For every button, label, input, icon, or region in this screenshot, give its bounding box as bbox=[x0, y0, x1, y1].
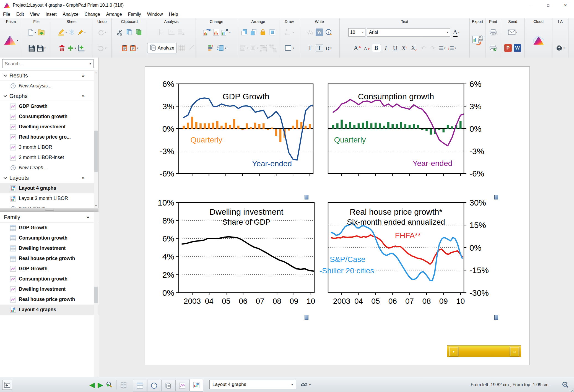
close-icon[interactable]: ✕ bbox=[557, 0, 574, 11]
analysis-ttest-icon[interactable] bbox=[158, 26, 167, 38]
sidebar-item-new-graph-[interactable]: New Graph... bbox=[0, 163, 94, 173]
color-bars-icon[interactable] bbox=[207, 42, 216, 54]
sidebar-item-new-layout-[interactable]: New Layout... bbox=[0, 204, 94, 208]
draw-rect-icon[interactable]: ▾ bbox=[284, 42, 294, 54]
print-icon[interactable] bbox=[489, 26, 498, 38]
new-file-icon[interactable]: ▾ bbox=[27, 26, 36, 38]
superscript-icon[interactable]: X2 bbox=[400, 42, 409, 54]
text-tbox-icon[interactable]: T bbox=[315, 42, 324, 54]
sqrt-icon[interactable]: √a bbox=[306, 26, 315, 38]
sheet-selector-dropdown-icon[interactable]: ▾ bbox=[291, 383, 293, 386]
sidebar-item-gdp-growth[interactable]: GDP Growth bbox=[0, 101, 94, 111]
undo-icon[interactable]: ▾ bbox=[97, 42, 107, 54]
prompt-bar-dropdown-icon[interactable]: ▼ bbox=[449, 347, 458, 356]
section-header-results[interactable]: Results» bbox=[0, 71, 94, 81]
paste-icon[interactable]: ▾ bbox=[129, 42, 138, 54]
search-input[interactable] bbox=[2, 61, 89, 67]
sidebar-item-layout-4-graphs[interactable]: Layout 4 graphs bbox=[0, 183, 94, 193]
info-add-icon[interactable]: i bbox=[324, 26, 333, 38]
selection-handle-bottom-right[interactable] bbox=[494, 315, 498, 320]
wand-icon[interactable] bbox=[186, 42, 195, 54]
family-scrollbar[interactable] bbox=[94, 212, 98, 377]
sheet-gallery-icon[interactable] bbox=[119, 379, 128, 391]
section-header-family[interactable]: Family» bbox=[0, 212, 98, 223]
chevron-down-icon[interactable] bbox=[3, 94, 7, 98]
italic-icon[interactable]: I bbox=[381, 42, 390, 54]
font-down-icon[interactable]: A▼ bbox=[362, 42, 371, 54]
graph-view-tab[interactable] bbox=[175, 380, 189, 391]
add-sheet-icon[interactable]: ▾ bbox=[67, 42, 76, 54]
alpha-icon[interactable]: α▾ bbox=[324, 42, 333, 54]
family-item-real-house-price-growth[interactable]: Real house price growth bbox=[0, 294, 98, 305]
sidebar-item-new-analysis-[interactable]: New Analysis... bbox=[0, 81, 94, 91]
resize-graph-icon[interactable]: ▾ bbox=[221, 26, 230, 38]
save-more-icon[interactable]: ▾ bbox=[37, 42, 46, 54]
resize-grip[interactable] bbox=[570, 388, 573, 392]
underline-icon[interactable]: U bbox=[391, 42, 400, 54]
menu-item-change[interactable]: Change bbox=[82, 11, 103, 18]
align-icon[interactable]: ▾ bbox=[239, 42, 248, 54]
freeze-icon[interactable] bbox=[67, 26, 76, 38]
section-more-icon[interactable]: » bbox=[82, 73, 85, 78]
chart-consumption_growth[interactable]: 6%3%0%-3%-6%Consumption growthQuarterlyY… bbox=[328, 79, 484, 178]
selection-handle-top-left[interactable] bbox=[305, 195, 308, 199]
chevron-down-icon[interactable] bbox=[3, 73, 7, 78]
selection-handle-top-right[interactable] bbox=[494, 195, 498, 199]
family-item-gdp-growth[interactable]: GDP Growth bbox=[0, 223, 98, 233]
back-sheet-icon[interactable]: ◀ bbox=[89, 379, 95, 390]
maximize-icon[interactable]: □ bbox=[540, 0, 557, 11]
paint-bucket-icon[interactable]: ▾ bbox=[216, 42, 226, 54]
menu-item-file[interactable]: File bbox=[0, 11, 13, 18]
data-table-icon[interactable] bbox=[177, 42, 186, 54]
chart-dwelling_investment[interactable]: 20030405060708091010%8%6%4%2%0%Dwelling … bbox=[158, 198, 315, 305]
menu-item-arrange[interactable]: Arrange bbox=[103, 11, 125, 18]
sidebar-item-dwelling-investment[interactable]: Dwelling investment bbox=[0, 122, 94, 132]
rotate-left-icon[interactable]: ↶ bbox=[419, 42, 428, 54]
sidebar-item-real-house-price-gro-[interactable]: Real house price gro... bbox=[0, 132, 94, 142]
write-word-icon[interactable]: W bbox=[315, 26, 324, 38]
section-header-graphs[interactable]: Graphs» bbox=[0, 91, 94, 101]
ungroup-objects-icon[interactable] bbox=[269, 42, 277, 54]
font-name-select[interactable]: Arial▾ bbox=[367, 28, 450, 37]
menu-item-family[interactable]: Family bbox=[125, 11, 144, 18]
redo-icon[interactable]: ▾ bbox=[97, 26, 107, 38]
analysis-sum-icon[interactable]: Σ bbox=[176, 26, 185, 38]
text-t-icon[interactable]: T bbox=[306, 42, 315, 54]
cut-icon[interactable] bbox=[116, 26, 124, 38]
section-header-layouts[interactable]: Layouts» bbox=[0, 173, 94, 183]
layout-view-tab[interactable] bbox=[189, 379, 203, 391]
bring-front-icon[interactable] bbox=[240, 26, 249, 38]
sheet-selector[interactable]: Layout 4 graphs ▾ bbox=[209, 380, 296, 389]
forward-sheet-icon[interactable]: ▶ bbox=[98, 379, 103, 390]
family-item-dwelling-investment[interactable]: Dwelling investment bbox=[0, 284, 98, 294]
paste-icon[interactable] bbox=[120, 42, 129, 54]
search-dropdown-icon[interactable]: ▾ bbox=[89, 62, 93, 66]
menu-item-edit[interactable]: Edit bbox=[13, 11, 27, 18]
align-text-icon[interactable]: ☰▾ bbox=[438, 42, 447, 54]
prism-cloud-icon[interactable] bbox=[531, 34, 546, 46]
find-sheet-icon[interactable] bbox=[105, 379, 114, 391]
family-item-real-house-price-growth[interactable]: Real house price growth bbox=[0, 253, 98, 264]
family-item-consumption-growth[interactable]: Consumption growth bbox=[0, 274, 98, 284]
menu-item-insert[interactable]: Insert bbox=[43, 11, 60, 18]
font-up-icon[interactable]: A▲ bbox=[353, 42, 362, 54]
change-type-icon[interactable] bbox=[202, 26, 211, 38]
layout-page[interactable]: 6%3%0%-3%-6%GDP GrowthQuarterlyYear-ende… bbox=[145, 66, 530, 365]
chart-gdp_growth[interactable]: 6%3%0%-3%-6%GDP GrowthQuarterlyYear-ende… bbox=[160, 79, 318, 178]
panel-splitter[interactable] bbox=[0, 208, 98, 212]
family-item-dwelling-investment[interactable]: Dwelling investment bbox=[0, 243, 98, 253]
draw-star-icon[interactable]: *▾ bbox=[284, 26, 294, 38]
new-graph-sheet-icon[interactable] bbox=[77, 42, 85, 54]
linked-sheets-icon[interactable] bbox=[300, 378, 308, 391]
bold-icon[interactable]: B bbox=[372, 42, 381, 54]
sidebar-item-3-month-libor-inset[interactable]: 3 month LIBOR-inset bbox=[0, 152, 94, 163]
copy-icon[interactable] bbox=[125, 26, 134, 38]
font-size-select[interactable]: 10▾ bbox=[348, 28, 365, 37]
word-icon[interactable]: W bbox=[513, 42, 522, 54]
sidebar-item-consumption-growth[interactable]: Consumption growth bbox=[0, 111, 94, 122]
info-view-tab[interactable]: i bbox=[147, 380, 161, 391]
font-size-dropdown-icon[interactable]: ▾ bbox=[362, 31, 363, 34]
menu-item-analyze[interactable]: Analyze bbox=[60, 11, 82, 18]
fit-object-icon[interactable] bbox=[268, 26, 277, 38]
navigator-scrollbar[interactable]: ▴ ▾ bbox=[94, 70, 98, 208]
